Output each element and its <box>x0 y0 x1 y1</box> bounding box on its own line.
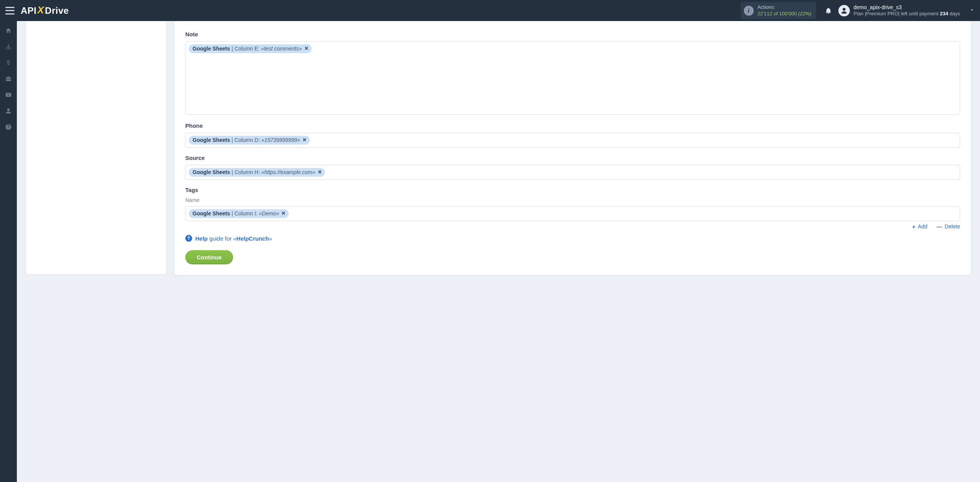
chip-phone[interactable]: Google Sheets | Column D: «15739999999» … <box>189 136 310 145</box>
chip-source: Google Sheets <box>193 169 230 176</box>
add-label: Add <box>918 223 928 230</box>
user-menu[interactable]: demo_apix-drive_s3 Plan |Premium PRO| le… <box>838 4 960 17</box>
add-tag-link[interactable]: + Add <box>912 223 928 230</box>
left-panel <box>26 21 166 274</box>
sublabel-tags-name: Name <box>185 197 960 203</box>
user-name: demo_apix-drive_s3 <box>854 4 960 11</box>
label-note: Note <box>185 31 960 37</box>
plus-icon: + <box>912 224 916 230</box>
help-word: Help <box>195 235 208 242</box>
brand-part-drive: Drive <box>45 5 69 16</box>
nav-home[interactable] <box>0 23 17 39</box>
user-plan-line: Plan |Premium PRO| left until payment 23… <box>854 11 960 17</box>
brand-part-x: X <box>38 4 44 16</box>
delete-label: Delete <box>945 223 960 230</box>
chevron-down-icon[interactable] <box>969 7 975 14</box>
field-box-phone[interactable]: Google Sheets | Column D: «15739999999» … <box>185 133 960 148</box>
label-source: Source <box>185 155 960 161</box>
chip-remove-icon[interactable]: ✕ <box>304 45 309 52</box>
delete-tag-link[interactable]: — Delete <box>937 223 960 230</box>
chip-note[interactable]: Google Sheets | Column E: «test comments… <box>189 44 312 53</box>
nav-help[interactable] <box>0 119 17 135</box>
nav-account[interactable] <box>0 103 17 119</box>
chip-value: «15739999999» <box>261 137 300 143</box>
mapping-form-panel: Note Google Sheets | Column E: «test com… <box>175 21 971 275</box>
nav-youtube[interactable] <box>0 87 17 103</box>
label-phone: Phone <box>185 122 960 129</box>
chip-source: Google Sheets <box>193 137 230 143</box>
notifications-bell-icon[interactable] <box>822 4 835 18</box>
chip-source: Google Sheets <box>193 45 230 52</box>
actions-label: Actions: <box>758 4 812 10</box>
nav-connections[interactable] <box>0 39 17 55</box>
chip-column: Column E: <box>235 45 260 52</box>
label-tags: Tags <box>185 187 960 193</box>
chip-value: «test comments» <box>261 45 302 52</box>
chip-source: Google Sheets <box>193 210 230 217</box>
chip-value: «Demo» <box>259 210 279 217</box>
menu-toggle[interactable] <box>5 7 15 15</box>
actions-usage-chip[interactable]: i Actions: 22'112 of 100'000 (22%) <box>741 2 816 19</box>
user-text: demo_apix-drive_s3 Plan |Premium PRO| le… <box>854 4 960 17</box>
chip-tags[interactable]: Google Sheets | Column I: «Demo» ✕ <box>189 209 289 218</box>
chip-source-field[interactable]: Google Sheets | Column H: «https://examp… <box>189 168 325 177</box>
minus-icon: — <box>937 224 942 230</box>
field-box-note[interactable]: Google Sheets | Column E: «test comments… <box>185 41 960 115</box>
topbar: API X Drive i Actions: 22'112 of 100'000… <box>0 0 980 21</box>
chip-remove-icon[interactable]: ✕ <box>318 169 322 176</box>
nav-briefcase[interactable] <box>0 71 17 87</box>
help-guide-link[interactable]: ? Help guide for «HelpCrunch» <box>185 235 960 242</box>
brand-part-api: API <box>21 5 37 16</box>
workspace: Note Google Sheets | Column E: «test com… <box>17 21 980 482</box>
actions-values: 22'112 of 100'000 (22%) <box>758 11 812 17</box>
info-icon: i <box>744 6 754 16</box>
chip-value: «https://example.com» <box>261 169 315 176</box>
avatar-icon <box>838 5 850 16</box>
chip-column: Column I: <box>235 210 258 217</box>
field-box-tags-name[interactable]: Google Sheets | Column I: «Demo» ✕ <box>185 206 960 221</box>
chip-remove-icon[interactable]: ✕ <box>281 210 286 217</box>
chip-column: Column H: <box>235 169 260 176</box>
continue-button[interactable]: Continue <box>185 250 233 264</box>
brand-logo[interactable]: API X Drive <box>21 5 69 16</box>
tags-actions-row: + Add — Delete <box>185 223 960 230</box>
chip-remove-icon[interactable]: ✕ <box>302 137 307 143</box>
field-box-source[interactable]: Google Sheets | Column H: «https://examp… <box>185 165 960 180</box>
chip-column: Column D: <box>235 137 260 143</box>
help-icon: ? <box>185 235 192 242</box>
nav-billing[interactable] <box>0 55 17 71</box>
left-nav-rail <box>0 21 17 482</box>
